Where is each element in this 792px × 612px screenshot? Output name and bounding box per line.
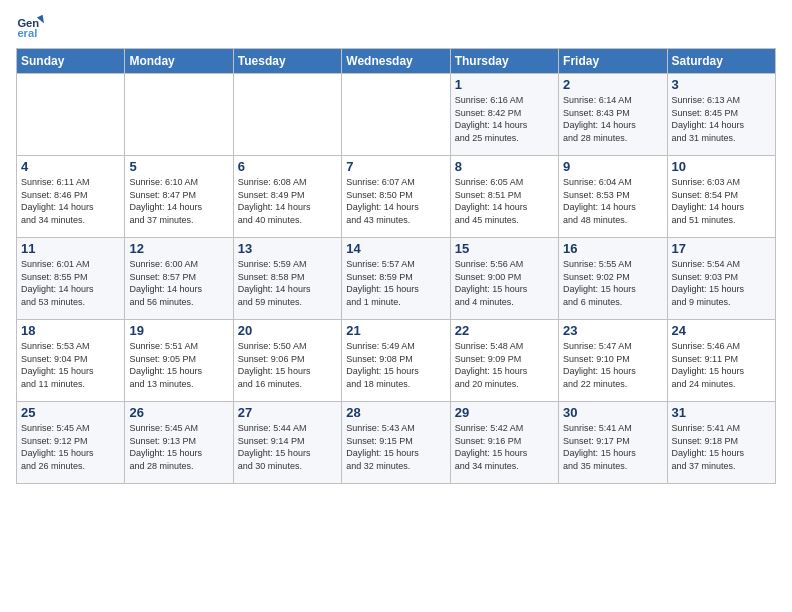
- cell-info: Sunrise: 6:03 AM Sunset: 8:54 PM Dayligh…: [672, 176, 771, 226]
- cell-info: Sunrise: 5:57 AM Sunset: 8:59 PM Dayligh…: [346, 258, 445, 308]
- day-number: 30: [563, 405, 662, 420]
- day-number: 18: [21, 323, 120, 338]
- cell-info: Sunrise: 5:46 AM Sunset: 9:11 PM Dayligh…: [672, 340, 771, 390]
- day-number: 22: [455, 323, 554, 338]
- cell-info: Sunrise: 5:45 AM Sunset: 9:13 PM Dayligh…: [129, 422, 228, 472]
- calendar-cell: 15Sunrise: 5:56 AM Sunset: 9:00 PM Dayli…: [450, 238, 558, 320]
- calendar-cell: 18Sunrise: 5:53 AM Sunset: 9:04 PM Dayli…: [17, 320, 125, 402]
- cell-info: Sunrise: 5:42 AM Sunset: 9:16 PM Dayligh…: [455, 422, 554, 472]
- calendar-cell: 19Sunrise: 5:51 AM Sunset: 9:05 PM Dayli…: [125, 320, 233, 402]
- day-number: 12: [129, 241, 228, 256]
- day-number: 16: [563, 241, 662, 256]
- day-number: 21: [346, 323, 445, 338]
- day-number: 28: [346, 405, 445, 420]
- calendar-cell: 29Sunrise: 5:42 AM Sunset: 9:16 PM Dayli…: [450, 402, 558, 484]
- day-number: 13: [238, 241, 337, 256]
- calendar-container: Gen eral SundayMondayTuesdayWednesdayThu…: [0, 0, 792, 492]
- day-header-thursday: Thursday: [450, 49, 558, 74]
- calendar-cell: 12Sunrise: 6:00 AM Sunset: 8:57 PM Dayli…: [125, 238, 233, 320]
- svg-text:eral: eral: [17, 27, 37, 39]
- calendar-cell: 3Sunrise: 6:13 AM Sunset: 8:45 PM Daylig…: [667, 74, 775, 156]
- calendar-cell: [233, 74, 341, 156]
- cell-info: Sunrise: 5:41 AM Sunset: 9:17 PM Dayligh…: [563, 422, 662, 472]
- cell-info: Sunrise: 5:49 AM Sunset: 9:08 PM Dayligh…: [346, 340, 445, 390]
- calendar-cell: [342, 74, 450, 156]
- calendar-cell: 25Sunrise: 5:45 AM Sunset: 9:12 PM Dayli…: [17, 402, 125, 484]
- calendar-cell: 5Sunrise: 6:10 AM Sunset: 8:47 PM Daylig…: [125, 156, 233, 238]
- cell-info: Sunrise: 6:04 AM Sunset: 8:53 PM Dayligh…: [563, 176, 662, 226]
- day-number: 17: [672, 241, 771, 256]
- day-number: 19: [129, 323, 228, 338]
- day-number: 31: [672, 405, 771, 420]
- calendar-cell: 17Sunrise: 5:54 AM Sunset: 9:03 PM Dayli…: [667, 238, 775, 320]
- cell-info: Sunrise: 5:51 AM Sunset: 9:05 PM Dayligh…: [129, 340, 228, 390]
- calendar-cell: [17, 74, 125, 156]
- logo-icon: Gen eral: [16, 12, 44, 40]
- cell-info: Sunrise: 5:41 AM Sunset: 9:18 PM Dayligh…: [672, 422, 771, 472]
- cell-info: Sunrise: 6:10 AM Sunset: 8:47 PM Dayligh…: [129, 176, 228, 226]
- cell-info: Sunrise: 6:00 AM Sunset: 8:57 PM Dayligh…: [129, 258, 228, 308]
- calendar-cell: 23Sunrise: 5:47 AM Sunset: 9:10 PM Dayli…: [559, 320, 667, 402]
- day-number: 29: [455, 405, 554, 420]
- cell-info: Sunrise: 6:14 AM Sunset: 8:43 PM Dayligh…: [563, 94, 662, 144]
- cell-info: Sunrise: 5:54 AM Sunset: 9:03 PM Dayligh…: [672, 258, 771, 308]
- day-number: 14: [346, 241, 445, 256]
- day-number: 20: [238, 323, 337, 338]
- calendar-cell: 9Sunrise: 6:04 AM Sunset: 8:53 PM Daylig…: [559, 156, 667, 238]
- day-number: 3: [672, 77, 771, 92]
- calendar-cell: [125, 74, 233, 156]
- calendar-table: SundayMondayTuesdayWednesdayThursdayFrid…: [16, 48, 776, 484]
- calendar-cell: 22Sunrise: 5:48 AM Sunset: 9:09 PM Dayli…: [450, 320, 558, 402]
- calendar-cell: 8Sunrise: 6:05 AM Sunset: 8:51 PM Daylig…: [450, 156, 558, 238]
- day-number: 27: [238, 405, 337, 420]
- day-header-sunday: Sunday: [17, 49, 125, 74]
- day-number: 4: [21, 159, 120, 174]
- cell-info: Sunrise: 5:50 AM Sunset: 9:06 PM Dayligh…: [238, 340, 337, 390]
- calendar-cell: 20Sunrise: 5:50 AM Sunset: 9:06 PM Dayli…: [233, 320, 341, 402]
- day-header-monday: Monday: [125, 49, 233, 74]
- day-header-friday: Friday: [559, 49, 667, 74]
- cell-info: Sunrise: 6:07 AM Sunset: 8:50 PM Dayligh…: [346, 176, 445, 226]
- calendar-cell: 1Sunrise: 6:16 AM Sunset: 8:42 PM Daylig…: [450, 74, 558, 156]
- calendar-cell: 11Sunrise: 6:01 AM Sunset: 8:55 PM Dayli…: [17, 238, 125, 320]
- calendar-cell: 7Sunrise: 6:07 AM Sunset: 8:50 PM Daylig…: [342, 156, 450, 238]
- header-row-days: SundayMondayTuesdayWednesdayThursdayFrid…: [17, 49, 776, 74]
- day-number: 2: [563, 77, 662, 92]
- calendar-cell: 24Sunrise: 5:46 AM Sunset: 9:11 PM Dayli…: [667, 320, 775, 402]
- day-number: 6: [238, 159, 337, 174]
- week-row-2: 4Sunrise: 6:11 AM Sunset: 8:46 PM Daylig…: [17, 156, 776, 238]
- calendar-cell: 14Sunrise: 5:57 AM Sunset: 8:59 PM Dayli…: [342, 238, 450, 320]
- cell-info: Sunrise: 6:01 AM Sunset: 8:55 PM Dayligh…: [21, 258, 120, 308]
- cell-info: Sunrise: 5:45 AM Sunset: 9:12 PM Dayligh…: [21, 422, 120, 472]
- week-row-3: 11Sunrise: 6:01 AM Sunset: 8:55 PM Dayli…: [17, 238, 776, 320]
- cell-info: Sunrise: 5:56 AM Sunset: 9:00 PM Dayligh…: [455, 258, 554, 308]
- calendar-cell: 30Sunrise: 5:41 AM Sunset: 9:17 PM Dayli…: [559, 402, 667, 484]
- calendar-cell: 2Sunrise: 6:14 AM Sunset: 8:43 PM Daylig…: [559, 74, 667, 156]
- week-row-1: 1Sunrise: 6:16 AM Sunset: 8:42 PM Daylig…: [17, 74, 776, 156]
- header-row: Gen eral: [16, 12, 776, 40]
- logo: Gen eral: [16, 12, 48, 40]
- day-number: 24: [672, 323, 771, 338]
- day-number: 1: [455, 77, 554, 92]
- cell-info: Sunrise: 5:44 AM Sunset: 9:14 PM Dayligh…: [238, 422, 337, 472]
- calendar-cell: 13Sunrise: 5:59 AM Sunset: 8:58 PM Dayli…: [233, 238, 341, 320]
- calendar-cell: 21Sunrise: 5:49 AM Sunset: 9:08 PM Dayli…: [342, 320, 450, 402]
- calendar-cell: 28Sunrise: 5:43 AM Sunset: 9:15 PM Dayli…: [342, 402, 450, 484]
- cell-info: Sunrise: 6:16 AM Sunset: 8:42 PM Dayligh…: [455, 94, 554, 144]
- cell-info: Sunrise: 6:11 AM Sunset: 8:46 PM Dayligh…: [21, 176, 120, 226]
- calendar-cell: 31Sunrise: 5:41 AM Sunset: 9:18 PM Dayli…: [667, 402, 775, 484]
- calendar-cell: 6Sunrise: 6:08 AM Sunset: 8:49 PM Daylig…: [233, 156, 341, 238]
- cell-info: Sunrise: 6:05 AM Sunset: 8:51 PM Dayligh…: [455, 176, 554, 226]
- week-row-4: 18Sunrise: 5:53 AM Sunset: 9:04 PM Dayli…: [17, 320, 776, 402]
- cell-info: Sunrise: 5:55 AM Sunset: 9:02 PM Dayligh…: [563, 258, 662, 308]
- day-number: 8: [455, 159, 554, 174]
- day-number: 15: [455, 241, 554, 256]
- cell-info: Sunrise: 5:47 AM Sunset: 9:10 PM Dayligh…: [563, 340, 662, 390]
- day-number: 9: [563, 159, 662, 174]
- cell-info: Sunrise: 5:53 AM Sunset: 9:04 PM Dayligh…: [21, 340, 120, 390]
- calendar-cell: 27Sunrise: 5:44 AM Sunset: 9:14 PM Dayli…: [233, 402, 341, 484]
- day-number: 23: [563, 323, 662, 338]
- day-number: 26: [129, 405, 228, 420]
- day-number: 11: [21, 241, 120, 256]
- cell-info: Sunrise: 6:13 AM Sunset: 8:45 PM Dayligh…: [672, 94, 771, 144]
